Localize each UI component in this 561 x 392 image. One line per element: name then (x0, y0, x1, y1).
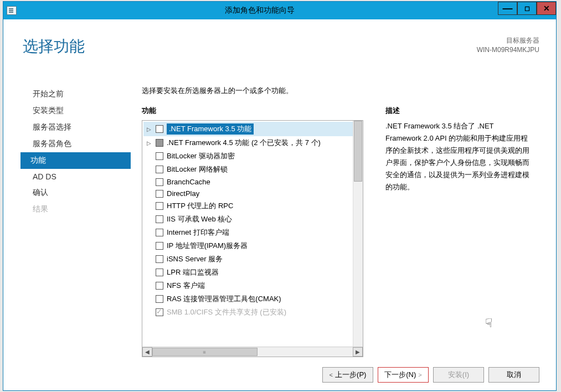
feature-item[interactable]: ▷HTTP 代理上的 RPC (143, 199, 353, 213)
titlebar[interactable]: 添加角色和功能向导 — ◻ ✕ (3, 2, 556, 19)
feature-label: RAS 连接管理器管理工具包(CMAK) (167, 294, 281, 304)
close-button[interactable]: ✕ (537, 2, 556, 15)
install-button: 安装(I) (433, 367, 484, 383)
maximize-button[interactable]: ◻ (517, 2, 537, 15)
feature-item[interactable]: ▷LPR 端口监视器 (143, 266, 353, 279)
feature-label: IIS 可承载 Web 核心 (167, 214, 232, 224)
step-before-begin[interactable]: 开始之前 (23, 86, 131, 102)
feature-label: SMB 1.0/CIFS 文件共享支持 (已安装) (167, 307, 286, 317)
feature-checkbox[interactable] (156, 282, 163, 290)
feature-item[interactable]: ▷BitLocker 驱动器加密 (143, 149, 353, 163)
feature-checkbox[interactable] (156, 295, 163, 303)
feature-item[interactable]: ▷iSNS Server 服务 (143, 252, 353, 266)
feature-checkbox[interactable] (156, 125, 163, 133)
feature-label: LPR 端口监视器 (167, 267, 219, 277)
feature-item[interactable]: ▷.NET Framework 3.5 功能 (143, 122, 353, 136)
feature-checkbox[interactable] (156, 190, 163, 198)
page-title: 选择功能 (23, 36, 85, 57)
step-results: 结果 (23, 201, 131, 218)
server-name: WIN-M09R94MKJPU (477, 45, 539, 55)
instruction-text: 选择要安装在所选服务器上的一个或多个功能。 (142, 86, 542, 96)
feature-item[interactable]: ▷IIS 可承载 Web 核心 (143, 213, 353, 226)
feature-item[interactable]: ▷Internet 打印客户端 (143, 226, 353, 239)
feature-label: IP 地址管理(IPAM)服务器 (167, 241, 248, 251)
step-install-type[interactable]: 安装类型 (23, 102, 131, 119)
feature-item[interactable]: ▷DirectPlay (143, 188, 353, 199)
app-icon (7, 6, 17, 15)
feature-label: NFS 客户端 (167, 281, 205, 291)
feature-checkbox[interactable] (156, 152, 163, 160)
step-confirm[interactable]: 确认 (23, 184, 131, 201)
step-features[interactable]: 功能 (20, 152, 131, 169)
feature-label: iSNS Server 服务 (167, 254, 223, 264)
feature-label: BranchCache (167, 178, 210, 186)
step-server-select[interactable]: 服务器选择 (23, 119, 131, 136)
hscroll-thumb[interactable]: ≡ (152, 348, 258, 356)
expand-icon[interactable]: ▷ (147, 140, 152, 146)
feature-label: Internet 打印客户端 (167, 228, 229, 238)
target-server-info: 目标服务器 WIN-M09R94MKJPU (477, 36, 539, 57)
cancel-button[interactable]: 取消 (488, 367, 539, 383)
feature-checkbox[interactable] (156, 178, 163, 186)
description-text: .NET Framework 3.5 结合了 .NET Framework 2.… (385, 120, 529, 194)
expand-icon[interactable]: ▷ (147, 126, 152, 132)
feature-label: DirectPlay (167, 189, 199, 198)
feature-checkbox[interactable] (156, 242, 163, 250)
features-listbox[interactable]: ▷.NET Framework 3.5 功能▷.NET Framework 4.… (142, 120, 363, 357)
window-title: 添加角色和功能向导 (21, 6, 498, 16)
step-server-roles[interactable]: 服务器角色 (23, 136, 131, 152)
feature-item[interactable]: ▷IP 地址管理(IPAM)服务器 (143, 239, 353, 252)
feature-item[interactable]: ▷RAS 连接管理器管理工具包(CMAK) (143, 292, 353, 306)
description-label: 描述 (385, 106, 529, 116)
feature-item[interactable]: ▷SMB 1.0/CIFS 文件共享支持 (已安装) (143, 306, 353, 319)
step-ad-ds[interactable]: AD DS (23, 169, 131, 184)
server-label: 目标服务器 (477, 36, 539, 45)
feature-label: .NET Framework 4.5 功能 (2 个已安装，共 7 个) (167, 138, 321, 148)
wizard-window: 添加角色和功能向导 — ◻ ✕ 选择功能 目标服务器 WIN-M09R94MKJ… (3, 1, 557, 391)
feature-checkbox[interactable] (156, 139, 163, 147)
features-label: 功能 (142, 106, 363, 116)
feature-item[interactable]: ▷NFS 客户端 (143, 279, 353, 292)
vertical-scrollbar[interactable] (353, 121, 363, 347)
scrollbar-thumb[interactable] (354, 121, 362, 182)
wizard-steps-sidebar: 开始之前 安装类型 服务器选择 服务器角色 功能 AD DS 确认 结果 (3, 86, 131, 357)
feature-checkbox[interactable] (156, 215, 163, 223)
hscroll-right-button[interactable]: ▶ (353, 347, 363, 357)
feature-checkbox[interactable] (156, 229, 163, 236)
feature-label: HTTP 代理上的 RPC (167, 201, 233, 211)
feature-item[interactable]: ▷.NET Framework 4.5 功能 (2 个已安装，共 7 个) (143, 136, 353, 149)
feature-checkbox[interactable] (156, 202, 163, 210)
next-button[interactable]: 下一步(N) (378, 367, 429, 383)
feature-checkbox[interactable] (156, 308, 163, 316)
feature-label: .NET Framework 3.5 功能 (167, 123, 254, 135)
feature-item[interactable]: ▷BranchCache (143, 176, 353, 188)
feature-checkbox[interactable] (156, 255, 163, 263)
minimize-button[interactable]: — (498, 2, 517, 15)
feature-item[interactable]: ▷BitLocker 网络解锁 (143, 163, 353, 176)
feature-checkbox[interactable] (156, 269, 163, 276)
feature-checkbox[interactable] (156, 166, 163, 173)
feature-label: BitLocker 驱动器加密 (167, 151, 235, 161)
feature-label: BitLocker 网络解锁 (167, 164, 228, 174)
horizontal-scrollbar[interactable]: ◀ ≡ ▶ (142, 347, 363, 357)
previous-button[interactable]: 上一步(P) (322, 367, 373, 383)
hscroll-left-button[interactable]: ◀ (142, 347, 152, 357)
